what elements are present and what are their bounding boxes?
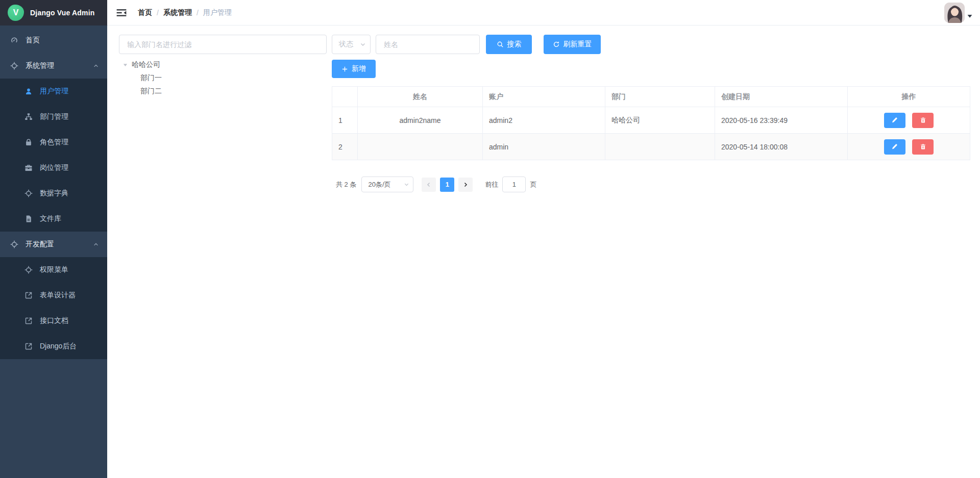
sidebar-item-role-mgmt[interactable]: 角色管理 [0, 130, 107, 155]
breadcrumb-separator: / [197, 9, 199, 17]
sidebar-item-api-docs[interactable]: 接口文档 [0, 308, 107, 334]
breadcrumb-home[interactable]: 首页 [138, 8, 152, 17]
aim-icon [24, 266, 33, 274]
sidebar-item-label: 权限菜单 [40, 265, 68, 274]
sidebar-item-home[interactable]: 首页 [0, 28, 107, 53]
breadcrumb-separator: / [157, 9, 159, 17]
prev-page-button[interactable] [422, 178, 436, 192]
department-tree-panel: 哈哈公司 部门一 部门二 [119, 35, 327, 478]
sidebar-item-label: 文件库 [40, 214, 61, 223]
cell-created-date: 2020-05-16 23:39:49 [715, 107, 848, 134]
collapse-menu-icon[interactable] [116, 8, 127, 18]
edit-button[interactable] [884, 113, 905, 128]
edit-button[interactable] [884, 139, 905, 155]
sidebar: V Django Vue Admin 首页 系统管理 [0, 0, 107, 478]
tree-node-child[interactable]: 部门一 [119, 71, 327, 85]
current-page-button[interactable]: 1 [440, 178, 454, 192]
cell-account: admin2 [483, 107, 605, 134]
sidebar-section-label: 系统管理 [26, 61, 54, 70]
search-button[interactable]: 搜索 [486, 35, 532, 54]
sidebar-item-data-dict[interactable]: 数据字典 [0, 181, 107, 206]
chevron-right-icon [462, 182, 469, 188]
reset-button[interactable]: 刷新重置 [544, 35, 601, 54]
edit-pencil-icon [891, 117, 898, 123]
sidebar-item-label: 角色管理 [40, 138, 68, 147]
user-icon [24, 87, 33, 95]
status-select[interactable]: 状态 [332, 35, 371, 54]
col-created-date: 创建日期 [715, 87, 848, 107]
search-button-label: 搜索 [507, 40, 522, 49]
main-area: 首页 / 系统管理 / 用户管理 [107, 0, 980, 478]
chevron-left-icon [426, 182, 432, 188]
next-page-button[interactable] [458, 178, 473, 192]
sidebar-section-system[interactable]: 系统管理 [0, 53, 107, 79]
cell-actions [848, 107, 970, 134]
user-dropdown[interactable] [944, 3, 972, 23]
col-department: 部门 [605, 87, 715, 107]
cell-department [605, 134, 715, 160]
goto-suffix-label: 页 [530, 180, 536, 189]
tree-node-child[interactable]: 部门二 [119, 85, 327, 98]
table-row: 2 admin 2020-05-14 18:00:08 [332, 134, 970, 160]
delete-button[interactable] [912, 113, 934, 128]
sidebar-item-user-mgmt[interactable]: 用户管理 [0, 79, 107, 104]
name-search-input[interactable] [376, 35, 480, 54]
pagination-total: 共 2 条 [336, 180, 356, 189]
add-user-button[interactable]: 新增 [332, 60, 376, 78]
tree-node-root[interactable]: 哈哈公司 [119, 58, 327, 71]
sidebar-item-label: 表单设计器 [40, 291, 76, 300]
sidebar-item-post-mgmt[interactable]: 岗位管理 [0, 155, 107, 181]
search-toolbar: 状态 搜索 [332, 35, 970, 54]
app-title: Django Vue Admin [30, 9, 95, 17]
table-header-row: 姓名 账户 部门 创建日期 操作 [332, 87, 970, 107]
dashboard-icon [10, 36, 18, 44]
page-size-value: 20条/页 [368, 180, 390, 189]
col-actions: 操作 [848, 87, 970, 107]
table-row: 1 admin2name admin2 哈哈公司 2020-05-16 23:3… [332, 107, 970, 134]
page-content: 哈哈公司 部门一 部门二 状态 [107, 26, 980, 478]
sidebar-item-file-library[interactable]: 文件库 [0, 206, 107, 232]
cell-account: admin [483, 134, 605, 160]
delete-trash-icon [920, 143, 926, 150]
sidebar-item-dept-mgmt[interactable]: 部门管理 [0, 104, 107, 130]
tree-caret-icon[interactable] [122, 62, 128, 68]
sidebar-section-label: 开发配置 [26, 240, 54, 249]
chevron-down-icon [360, 41, 366, 47]
chevron-up-icon [93, 63, 99, 69]
cell-created-date: 2020-05-14 18:00:08 [715, 134, 848, 160]
chevron-down-icon [404, 182, 409, 187]
sidebar-item-label: Django后台 [40, 342, 77, 351]
col-name: 姓名 [358, 87, 483, 107]
cell-department: 哈哈公司 [605, 107, 715, 134]
goto-page-group: 前往 页 [485, 177, 536, 192]
department-filter-input[interactable] [119, 35, 327, 54]
edit-pencil-icon [891, 143, 898, 150]
col-index [332, 87, 358, 107]
users-table-wrap: 姓名 账户 部门 创建日期 操作 1 admin2name ad [332, 86, 970, 160]
delete-trash-icon [920, 117, 926, 123]
search-icon [497, 41, 504, 48]
chevron-up-icon [93, 241, 99, 247]
tree-node-label: 哈哈公司 [132, 60, 160, 69]
sidebar-section-dev-config[interactable]: 开发配置 [0, 232, 107, 257]
avatar[interactable] [944, 3, 965, 23]
tree-node-label: 部门二 [140, 87, 162, 96]
goto-prefix-label: 前往 [485, 180, 498, 189]
tree-node-label: 部门一 [140, 73, 162, 83]
sidebar-item-form-designer[interactable]: 表单设计器 [0, 283, 107, 308]
plus-icon [341, 66, 348, 72]
delete-button[interactable] [912, 139, 934, 155]
sidebar-item-permission-menu[interactable]: 权限菜单 [0, 257, 107, 283]
goto-page-input[interactable] [502, 177, 526, 192]
page-size-select[interactable]: 20条/页 [361, 177, 413, 192]
sidebar-item-django-admin[interactable]: Django后台 [0, 334, 107, 359]
sidebar-item-label: 用户管理 [40, 87, 68, 96]
breadcrumb-system-mgmt[interactable]: 系统管理 [163, 8, 192, 17]
aim-icon [10, 240, 18, 248]
logo-bar: V Django Vue Admin [0, 0, 107, 26]
external-link-icon [24, 342, 33, 350]
app-window: V Django Vue Admin 首页 系统管理 [0, 0, 980, 478]
caret-down-icon [967, 14, 972, 18]
sidebar-item-label: 首页 [26, 36, 40, 45]
add-button-label: 新增 [352, 64, 366, 73]
